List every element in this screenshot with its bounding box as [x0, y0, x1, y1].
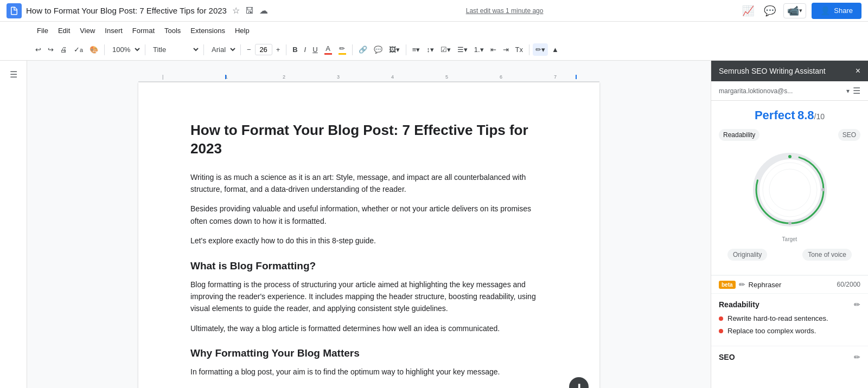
cloud-status-button[interactable]: ☁	[258, 4, 269, 17]
section-1-para-2: Ultimately, the way a blog article is fo…	[190, 322, 547, 334]
rephraser-icon: ✏	[739, 280, 745, 289]
line-spacing-button[interactable]: ↕▾	[424, 43, 437, 56]
ruler-marker	[225, 75, 226, 79]
outline-panel: ☰	[0, 61, 27, 388]
font-size-decrease[interactable]: −	[244, 43, 254, 56]
redo-button[interactable]: ↪	[45, 43, 56, 56]
underline-button[interactable]: U	[310, 43, 320, 56]
toolbar-separator-1	[104, 44, 105, 55]
font-size-input[interactable]	[255, 44, 272, 55]
seo-header: SEO ✏	[719, 353, 860, 361]
menu-edit[interactable]: Edit	[54, 24, 74, 37]
readability-item-2-text: Replace too complex words.	[727, 327, 816, 335]
red-dot-2	[719, 329, 723, 333]
red-dot-1	[719, 316, 723, 321]
last-edit-status[interactable]: Last edit was 1 minute ago	[466, 7, 544, 15]
paint-format-button[interactable]: 🎨	[87, 43, 101, 56]
comment-button[interactable]: 💬	[762, 3, 778, 19]
tab-readability[interactable]: Readability	[719, 129, 760, 141]
text-color-button[interactable]: A	[322, 42, 335, 57]
tab-seo[interactable]: SEO	[838, 129, 860, 141]
spellcheck-button[interactable]: ✓a	[71, 43, 86, 56]
paragraph-3: Let's explore exactly how to do this in …	[190, 235, 547, 247]
menu-extensions[interactable]: Extensions	[186, 24, 229, 37]
score-value: 8.8	[797, 108, 814, 122]
readability-item-2: Replace too complex words.	[719, 327, 860, 335]
checklist-button[interactable]: ☑▾	[438, 43, 454, 56]
share-button[interactable]: 👤 Share	[812, 3, 861, 19]
side-panel-close-button[interactable]: ×	[856, 66, 860, 76]
seo-edit-button[interactable]: ✏	[854, 353, 860, 361]
undo-button[interactable]: ↩	[33, 43, 44, 56]
ruler: | 1 2 3 4 5 6 7	[138, 72, 599, 82]
account-dropdown-button[interactable]: ▾	[846, 87, 850, 95]
italic-button[interactable]: I	[302, 43, 309, 56]
readability-item-1: Rewrite hard-to-read sentences.	[719, 314, 860, 322]
target-label: Target	[719, 236, 860, 242]
main-layout: ☰ | 1 2 3 4 5 6 7 How to Format Your Blo…	[0, 61, 868, 388]
side-panel-menu-button[interactable]: ☰	[853, 86, 860, 96]
import-button-area: ⬇	[569, 377, 589, 388]
beta-badge: beta	[719, 281, 736, 289]
comment-toolbar-button[interactable]: 💬	[371, 43, 385, 56]
meet-dropdown-arrow: ▾	[799, 7, 802, 14]
document-title: How to Format Your Blog Post: 7 Effectiv…	[26, 6, 227, 15]
bullet-list-button[interactable]: ☰▾	[455, 43, 470, 56]
toolbar: ↩ ↪ 🖨 ✓a 🎨 100% Title Normal text Headin…	[0, 39, 868, 61]
bold-button[interactable]: B	[290, 43, 300, 56]
top-right-actions: 📈 💬 📹 ▾ 👤 Share	[740, 3, 861, 19]
document-area: | 1 2 3 4 5 6 7 How to Format Your Blog …	[27, 61, 711, 388]
menu-file[interactable]: File	[33, 24, 53, 37]
menu-bar: File Edit View Insert Format Tools Exten…	[0, 22, 868, 39]
save-to-drive-button[interactable]: 🖫	[244, 5, 255, 17]
readability-header: Readability ✏	[719, 300, 860, 309]
menu-insert[interactable]: Insert	[100, 24, 127, 37]
top-bar: How to Format Your Blog Post: 7 Effectiv…	[0, 0, 868, 22]
font-size-increase[interactable]: +	[273, 43, 283, 56]
star-button[interactable]: ☆	[231, 4, 241, 17]
trending-button[interactable]: 📈	[740, 3, 756, 19]
image-button[interactable]: 🖼▾	[386, 43, 403, 56]
menu-format[interactable]: Format	[128, 24, 159, 37]
document-page: How to Format Your Blog Post: 7 Effectiv…	[138, 82, 599, 388]
svg-point-2	[763, 163, 817, 217]
tab-tone-of-voice[interactable]: Tone of voice	[802, 249, 852, 261]
readability-edit-button[interactable]: ✏	[854, 300, 860, 309]
increase-indent-button[interactable]: ⇥	[500, 43, 512, 56]
side-panel: Semrush SEO Writing Assistant × margarit…	[711, 61, 868, 388]
highlight-button[interactable]: ✏	[336, 42, 349, 57]
toolbar-separator-5	[286, 44, 286, 55]
account-bar: margarita.loktionova@s... ▾ ☰	[711, 81, 868, 101]
score-section: Perfect 8.8/10 Readability SEO	[711, 101, 868, 275]
svg-point-3	[769, 169, 810, 210]
toolbar-collapse-button[interactable]: ▲	[549, 43, 561, 56]
tab-originality[interactable]: Originality	[727, 249, 767, 261]
align-button[interactable]: ≡▾	[410, 43, 423, 56]
print-button[interactable]: 🖨	[58, 43, 70, 56]
decrease-indent-button[interactable]: ⇤	[488, 43, 499, 56]
zoom-control[interactable]: 100%	[108, 43, 142, 56]
score-out-of: /10	[814, 112, 825, 121]
numbered-list-button[interactable]: 1.▾	[471, 43, 487, 56]
svg-point-4	[788, 155, 792, 158]
menu-tools[interactable]: Tools	[160, 24, 185, 37]
text-color-swatch	[324, 53, 332, 55]
clear-formatting-button[interactable]: Tx	[513, 43, 526, 56]
font-select[interactable]: Arial	[207, 43, 237, 56]
link-button[interactable]: 🔗	[356, 43, 370, 56]
font-size-control[interactable]: − +	[244, 43, 283, 56]
menu-help[interactable]: Help	[231, 24, 254, 37]
score-gauge	[719, 146, 860, 233]
menu-view[interactable]: View	[75, 24, 99, 37]
toolbar-separator-6	[352, 44, 353, 55]
google-meet-button[interactable]: 📹 ▾	[783, 3, 806, 18]
zoom-select[interactable]: 100%	[108, 43, 142, 56]
side-panel-header: Semrush SEO Writing Assistant ×	[711, 61, 868, 81]
toolbar-separator-7	[406, 44, 406, 55]
import-button[interactable]: ⬇	[569, 377, 589, 388]
paragraph-style-select[interactable]: Title Normal text Heading 1 Heading 2 He…	[149, 43, 200, 56]
svg-point-6	[788, 222, 792, 225]
score-category: Perfect	[755, 108, 795, 122]
outline-toggle-button[interactable]: ☰	[7, 66, 21, 83]
pen-tool-button[interactable]: ✏▾	[533, 43, 548, 56]
